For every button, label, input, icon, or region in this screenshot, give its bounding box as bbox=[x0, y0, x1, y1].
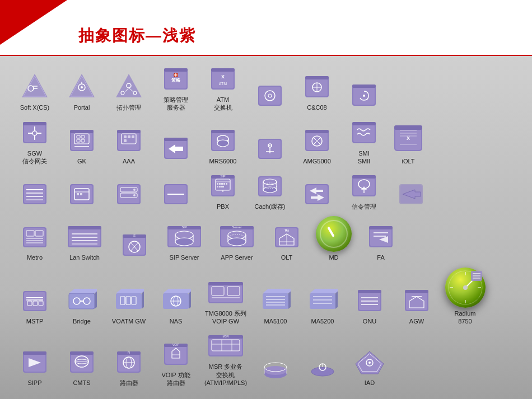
icon-label-mstp: MSTP bbox=[26, 317, 44, 325]
svg-point-79 bbox=[269, 145, 270, 146]
icon-aaa[interactable]: AAA bbox=[106, 125, 151, 165]
svg-rect-34 bbox=[305, 76, 329, 79]
icon-atm[interactable]: X ATM ATM 交换机 bbox=[200, 64, 245, 112]
icon-mstp[interactable]: MSTP bbox=[12, 285, 57, 325]
icon-label-tmg8000: TMG8000 系列 VOIP GW bbox=[205, 309, 246, 326]
icon-label-cc08: C&C08 bbox=[307, 104, 326, 111]
svg-rect-275 bbox=[23, 351, 46, 355]
svg-text:ATM: ATM bbox=[219, 82, 227, 86]
icon-label-celue: 策略管理 服务器 bbox=[164, 96, 188, 112]
icon-lines1[interactable] bbox=[12, 179, 57, 210]
svg-point-75 bbox=[217, 140, 228, 147]
icon-label-sgw: SGW 信令网关 bbox=[22, 149, 47, 166]
svg-rect-40 bbox=[352, 85, 376, 88]
icon-cc08[interactable]: C&C08 bbox=[295, 72, 339, 111]
icon-row-6: SIPP CMTS R bbox=[11, 328, 521, 389]
icon-portal[interactable]: Portal bbox=[59, 72, 104, 111]
icon-cmts[interactable]: CMTS bbox=[59, 347, 104, 387]
svg-rect-62 bbox=[128, 135, 130, 138]
svg-point-115 bbox=[133, 189, 136, 191]
svg-rect-126 bbox=[217, 183, 218, 185]
svg-rect-100 bbox=[24, 185, 45, 203]
icon-bridge[interactable]: Bridge bbox=[59, 285, 104, 325]
svg-text:S: S bbox=[133, 234, 136, 237]
svg-text:Server: Server bbox=[232, 226, 242, 229]
icon-tmg8000[interactable]: TMG8000 系列 VOIP GW bbox=[200, 278, 251, 326]
icon-arrow-right[interactable] bbox=[389, 179, 433, 210]
icon-xinling[interactable]: 信令管理 bbox=[342, 171, 386, 210]
icon-dots[interactable] bbox=[248, 133, 292, 165]
svg-rect-157 bbox=[24, 228, 45, 246]
icon-metro[interactable]: Metro bbox=[12, 222, 57, 261]
icon-sip-server[interactable]: SIP SIP Server bbox=[159, 222, 209, 261]
svg-point-116 bbox=[133, 194, 136, 196]
icon-box1[interactable] bbox=[59, 179, 104, 210]
icon-radium[interactable]: Radium 8750 bbox=[441, 267, 489, 326]
icon-mrs6000[interactable]: MRS6000 bbox=[200, 125, 245, 165]
svg-rect-67 bbox=[164, 138, 188, 141]
icon-voip-router[interactable]: VOIP VOIP 功能 路由器 bbox=[153, 339, 198, 387]
icon-iolt[interactable]: X iOLT bbox=[389, 122, 428, 165]
svg-rect-29 bbox=[259, 87, 281, 105]
svg-point-8 bbox=[81, 86, 83, 88]
icon-empty1[interactable] bbox=[248, 80, 292, 112]
icon-celue[interactable]: 策略 策略管理 服务器 bbox=[153, 64, 198, 112]
icon-label-voatm-gw: VOATM GW bbox=[112, 317, 146, 325]
icon-tuopu[interactable]: 拓扑管理 bbox=[106, 72, 151, 111]
icon-iad[interactable]: IAD bbox=[347, 347, 392, 387]
svg-point-184 bbox=[175, 238, 193, 246]
svg-marker-227 bbox=[163, 289, 191, 293]
icon-spiral[interactable] bbox=[342, 80, 386, 112]
svg-rect-24 bbox=[212, 71, 234, 88]
icon-label-iolt: iOLT bbox=[402, 157, 414, 165]
icon-smi[interactable]: SMI SMII bbox=[342, 118, 386, 166]
icon-arrow1[interactable] bbox=[153, 133, 198, 165]
icon-agw[interactable]: AGW bbox=[394, 285, 439, 325]
svg-marker-239 bbox=[263, 289, 291, 293]
icon-label-aaa: AAA bbox=[123, 157, 135, 165]
icon-onu[interactable]: ONU bbox=[347, 285, 392, 325]
icon-app-server[interactable]: Server APP Server bbox=[212, 222, 262, 261]
svg-rect-278 bbox=[71, 354, 92, 372]
svg-rect-128 bbox=[221, 183, 223, 185]
icon-pbx[interactable]: SIP PBX bbox=[200, 171, 245, 210]
icon-msr[interactable]: MSR MSR 多业务 交换机 (ATM/IP/MPLS) bbox=[200, 331, 251, 387]
svg-rect-143 bbox=[306, 185, 328, 203]
icon-dash1[interactable] bbox=[153, 179, 198, 210]
icon-cach[interactable]: Cach(缓存) bbox=[248, 171, 292, 210]
icon-router[interactable]: R 路由器 bbox=[106, 347, 151, 387]
icon-label-md: MD bbox=[329, 254, 338, 261]
icon-label-msr: MSR 多业务 交换机 (ATM/IP/MPLS) bbox=[204, 363, 247, 387]
icon-label-metro: Metro bbox=[27, 254, 43, 261]
icon-switch[interactable]: S bbox=[112, 230, 157, 262]
icon-server1[interactable] bbox=[106, 179, 151, 210]
svg-marker-246 bbox=[310, 289, 338, 293]
icon-lan-switch[interactable]: Lan Switch bbox=[59, 222, 110, 261]
icon-gk[interactable]: GK bbox=[59, 125, 104, 165]
icon-fa[interactable]: FA bbox=[358, 222, 403, 261]
icon-amg5000[interactable]: AMG5000 bbox=[295, 125, 339, 165]
icon-label-smi: SMI SMII bbox=[358, 149, 371, 166]
icon-sgw[interactable]: SGW 信令网关 bbox=[12, 118, 57, 166]
svg-rect-259 bbox=[405, 290, 428, 293]
svg-rect-132 bbox=[219, 186, 221, 187]
icon-arrows2[interactable] bbox=[295, 179, 339, 210]
svg-rect-110 bbox=[80, 193, 82, 195]
svg-rect-201 bbox=[370, 228, 391, 246]
icon-flat1[interactable] bbox=[253, 355, 298, 387]
svg-rect-130 bbox=[226, 183, 227, 185]
icon-label-gk: GK bbox=[77, 157, 86, 165]
icon-ma5200[interactable]: MA5200 bbox=[300, 285, 345, 325]
icon-sipp[interactable]: SIPP bbox=[12, 347, 57, 387]
svg-point-193 bbox=[228, 238, 246, 246]
svg-text:V₅: V₅ bbox=[284, 228, 289, 232]
icon-ma5100[interactable]: MA5100 bbox=[253, 285, 298, 325]
icon-nas[interactable]: NAS bbox=[153, 285, 198, 325]
icon-label-soft-x-cs: Soft X(CS) bbox=[20, 104, 50, 111]
icon-flat2[interactable] bbox=[300, 355, 345, 387]
icon-label-cmts: CMTS bbox=[73, 379, 90, 387]
icon-olt[interactable]: V₅ OLT bbox=[264, 222, 309, 261]
icon-md[interactable]: MD bbox=[311, 216, 356, 261]
icon-soft-x-cs[interactable]: Soft X(CS) bbox=[12, 72, 57, 111]
icon-voatm-gw[interactable]: VOATM GW bbox=[106, 285, 151, 325]
